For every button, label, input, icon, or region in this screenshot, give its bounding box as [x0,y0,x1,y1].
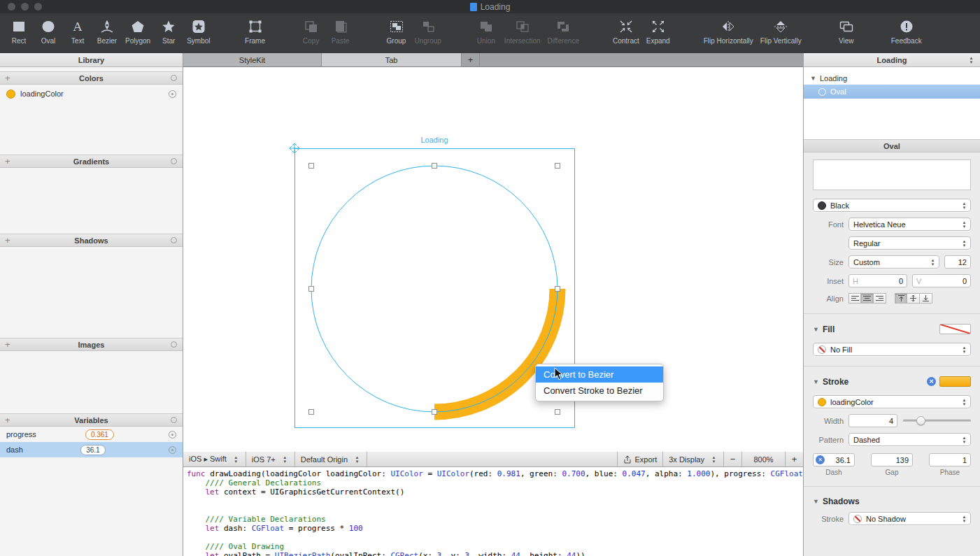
toolbar-item-frame[interactable]: Frame [241,17,270,45]
disclosure-triangle-icon[interactable]: ▼ [813,378,819,385]
intersection-icon [515,17,530,36]
tree-row-group[interactable]: ▼ Loading [804,71,980,85]
variable-target-icon[interactable] [169,446,176,454]
stroke-variable-badge-icon[interactable]: ✕ [927,377,936,386]
toolbar-item-flip-h[interactable]: Flip Horizontally [700,17,757,45]
size-value-field[interactable]: 12 [944,255,971,269]
toolbar-item-label: View [839,37,854,45]
add-gradient-button[interactable]: + [5,155,10,167]
toolbar-item-label: Copy [303,37,319,45]
stroke-section-header[interactable]: ▼ Stroke ✕ [813,376,971,387]
toolbar-item-intersection: Intersection [501,17,544,45]
stroke-pattern-dropdown[interactable]: Dashed [848,433,971,446]
variable-row-progress[interactable]: progress 0.361 [0,427,183,442]
variable-value-badge[interactable]: 0.361 [85,429,114,440]
disclosure-triangle-icon[interactable]: ▼ [813,326,819,333]
toolbar-item-contract[interactable]: Contract [609,17,643,45]
frame-name-label[interactable]: Loading [364,136,504,144]
toolbar-item-oval[interactable]: Oval [34,17,63,45]
code-toolbar: iOS ▸ Swift iOS 7+ Default Origin Export… [183,452,803,467]
inset-h-field[interactable]: H 0 [848,274,907,287]
variable-value-badge[interactable]: 36.1 [80,445,105,455]
color-target-icon[interactable] [169,90,176,98]
display-scale-dropdown[interactable]: 3x Display [662,452,723,466]
gap-field[interactable]: 139 [871,453,913,466]
stroke-color-dropdown[interactable]: loadingColor [813,395,971,408]
toolbar-item-text[interactable]: AText [63,17,92,45]
menu-item-convert-stroke-to-bezier[interactable]: Convert Stroke to Bezier [536,383,663,399]
size-mode-dropdown[interactable]: Custom [848,255,939,269]
zoom-level[interactable]: 800% [741,452,785,466]
align-center-button[interactable] [861,293,874,304]
export-button[interactable]: Export [617,452,662,466]
images-section-toggle-icon[interactable] [171,341,177,348]
variables-section-toggle-icon[interactable] [171,417,177,423]
align-middle-button[interactable] [907,293,920,304]
align-bottom-button[interactable] [920,293,932,304]
disclosure-triangle-icon[interactable]: ▼ [813,498,819,505]
add-variable-button[interactable]: + [5,414,10,426]
zoom-out-button[interactable]: − [723,452,741,466]
canvas-drawing[interactable] [183,67,803,452]
shape-stepper[interactable] [967,55,976,65]
inset-v-field[interactable]: V 0 [912,274,971,287]
color-list-item[interactable]: loadingColor [0,85,183,103]
variable-target-icon[interactable] [169,431,176,439]
sdk-dropdown[interactable]: iOS 7+ [246,452,295,466]
shadow-dropdown[interactable]: No Shadow [848,512,971,525]
stroke-width-field[interactable]: 4 [848,414,897,427]
phase-field[interactable]: 1 [929,453,971,466]
shadows-section-toggle-icon[interactable] [171,237,177,243]
add-tab-button[interactable]: + [462,53,480,66]
align-right-button[interactable] [874,293,886,304]
toolbar-item-expand[interactable]: Expand [643,17,674,45]
oval-layer-icon [818,88,826,96]
toolbar-item-star[interactable]: Star [154,17,183,45]
toolbar-item-group[interactable]: Group [382,17,411,45]
align-left-button[interactable] [848,293,861,304]
add-image-button[interactable]: + [5,338,10,350]
text-preview-box[interactable] [813,159,971,190]
code-line [187,497,803,506]
toolbar-item-symbol[interactable]: Symbol [183,17,213,45]
origin-dropdown[interactable]: Default Origin [295,452,367,466]
divider [804,366,980,366]
toolbar-item-polygon[interactable]: Polygon [122,17,154,45]
document-icon [470,3,477,11]
tree-row-oval[interactable]: Oval [804,85,980,99]
stroke-width-slider[interactable] [903,414,971,427]
toolbar-item-label: Union [477,37,495,45]
gradients-section-toggle-icon[interactable] [171,158,177,164]
slider-knob[interactable] [916,416,925,425]
dash-field[interactable]: ✕ 36.1 [813,453,855,466]
toolbar-item-flip-v[interactable]: Flip Vertically [757,17,805,45]
font-family-dropdown[interactable]: Helvetica Neue [848,218,971,231]
tab-tab[interactable]: Tab [322,53,462,66]
code-view[interactable]: func drawLoading(loadingColor loadingCol… [183,467,803,556]
disclosure-triangle-icon[interactable]: ▼ [810,75,816,82]
toolbar-item-rect[interactable]: Rect [4,17,34,45]
zoom-in-button[interactable]: + [785,452,803,466]
variable-row-dash[interactable]: dash 36.1 [0,442,183,457]
tab-stylekit[interactable]: StyleKit [183,53,322,66]
toolbar-item-feedback[interactable]: Feedback [888,17,925,45]
fill-swatch[interactable] [939,324,971,334]
expand-icon [651,17,666,36]
language-dropdown[interactable]: iOS ▸ Swift [183,452,246,466]
shadows-section-header[interactable]: ▼ Shadows [813,497,971,506]
colors-section-toggle-icon[interactable] [171,75,177,81]
stroke-swatch[interactable] [939,376,971,387]
add-color-button[interactable]: + [5,72,10,84]
toolbar-item-view[interactable]: View [832,17,861,45]
black-color-swatch-icon [818,201,826,210]
font-weight-dropdown[interactable]: Regular [848,236,971,250]
drawing-canvas[interactable]: Loading Convert to Bezier Convert Stroke… [183,67,803,452]
code-line: let dash: CGFloat = progress * 100 [187,524,803,533]
align-top-button[interactable] [895,293,907,304]
text-color-dropdown[interactable]: Black [813,199,971,212]
dash-variable-badge-icon[interactable]: ✕ [816,455,825,464]
fill-dropdown[interactable]: No Fill [813,343,971,356]
add-shadow-button[interactable]: + [5,234,10,246]
toolbar-item-bezier[interactable]: Bezier [92,17,122,45]
fill-section-header[interactable]: ▼ Fill [813,324,971,334]
